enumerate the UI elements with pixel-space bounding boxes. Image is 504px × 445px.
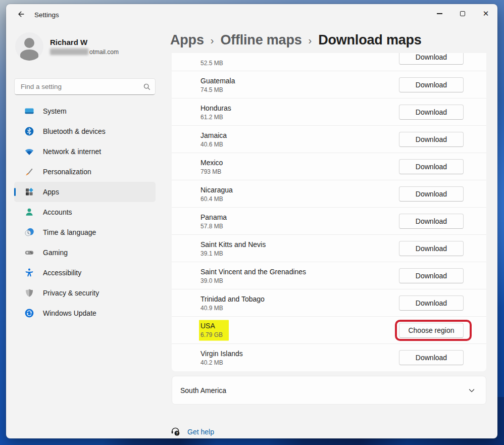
country-name: Trinidad and Tobago [200,294,265,303]
download-size: 6.79 GB [200,330,223,338]
sidebar-item-gaming[interactable]: Gaming [14,242,156,263]
map-row: Virgin Islands 40.2 MB Download [172,344,486,371]
download-button[interactable]: Download [399,132,464,147]
download-button[interactable]: Download [399,350,464,365]
sidebar-item-privacy-security[interactable]: Privacy & security [14,283,156,303]
sidebar-item-time-language[interactable]: Time & language [14,222,156,242]
profile-email-suffix: otmail.com [89,48,119,56]
download-button[interactable]: Download [399,53,464,65]
search-input[interactable] [15,83,142,90]
map-row: Saint Kitts and Nevis 39.1 MB Download [172,235,486,262]
breadcrumb: Apps › Offline maps › Download maps [170,32,422,48]
country-name: USA [200,321,223,330]
titlebar: Settings ✕ [6,4,497,26]
sidebar-item-bluetooth-devices[interactable]: Bluetooth & devices [14,121,156,141]
back-arrow-icon [17,10,25,20]
sidebar-item-apps[interactable]: Apps [14,182,156,202]
sidebar-item-network-internet[interactable]: Network & internet [14,141,156,162]
download-button[interactable]: Download [399,77,464,92]
sidebar-nav: System Bluetooth & devices Network & int… [14,101,156,323]
chevron-right-icon: › [309,34,312,46]
choose-region-button[interactable]: Choose region [399,323,464,338]
map-row-info: Nicaragua 60.4 MB [200,185,233,203]
minimize-button[interactable] [428,4,451,23]
expander-south-america[interactable]: South America [172,376,486,405]
map-row: Honduras 61.2 MB Download [172,98,486,126]
get-help: ? Get help [170,426,214,437]
sidebar-item-accessibility[interactable]: Accessibility [14,263,156,283]
download-button[interactable]: Download [399,241,464,256]
map-row-info: Virgin Islands 40.2 MB [200,349,243,367]
svg-text:?: ? [176,431,178,435]
download-size: 39.0 MB [200,276,306,284]
download-button[interactable]: Download [399,105,464,120]
download-size: 57.8 MB [200,222,227,230]
page-title: Download maps [318,32,421,48]
get-help-link[interactable]: Get help [187,428,214,436]
sidebar-item-system[interactable]: System [14,101,156,121]
sidebar-item-label: Accounts [43,208,72,216]
country-name: Saint Vincent and the Grenadines [200,267,306,276]
country-name: Honduras [200,103,231,112]
map-download-list: 52.5 MB Download Guatemala 74.5 MB Downl… [172,53,486,371]
map-row-info: Guatemala 74.5 MB [200,76,235,93]
caption-buttons: ✕ [428,4,497,23]
map-row-info: Mexico 793 MB [200,158,223,175]
maximize-icon [460,11,465,16]
download-size: 40.2 MB [200,359,243,367]
map-row: Trinidad and Tobago 40.9 MB Download [172,289,486,317]
search-box [14,78,156,95]
download-size: 61.2 MB [200,113,231,121]
download-button[interactable]: Download [399,159,464,174]
network-icon [24,146,34,157]
download-button[interactable]: Download [399,186,464,202]
maximize-button[interactable] [451,4,474,23]
sidebar-item-label: Apps [43,188,59,196]
download-button[interactable]: Download [399,214,464,229]
map-row-info: Saint Vincent and the Grenadines 39.0 MB [200,267,306,284]
back-button[interactable] [13,9,28,21]
sidebar-item-label: Accessibility [43,269,81,277]
bluetooth-icon [24,126,34,136]
map-row: Jamaica 40.6 MB Download [172,126,486,153]
map-row-info: Saint Kitts and Nevis 39.1 MB [200,239,266,257]
sidebar-item-personalization[interactable]: Personalization [14,162,156,182]
profile-name: Richard W [50,38,119,46]
minimize-icon [437,13,442,14]
country-name: Mexico [200,158,223,167]
breadcrumb-offline-maps[interactable]: Offline maps [220,32,301,48]
sidebar-item-windows-update[interactable]: Windows Update [14,303,156,323]
download-button[interactable]: Download [399,295,464,311]
map-row-info: Honduras 61.2 MB [200,103,231,121]
chevron-right-icon: › [211,34,214,46]
update-icon [24,308,34,318]
download-size: 793 MB [200,167,223,175]
close-button[interactable]: ✕ [474,4,497,23]
avatar-head [24,38,34,48]
privacy-icon [24,288,34,298]
map-row: Saint Vincent and the Grenadines 39.0 MB… [172,262,486,289]
chevron-down-icon [468,386,476,394]
system-icon [24,106,34,116]
avatar-torso [20,50,38,61]
email-redacted-blur [50,48,88,55]
avatar [15,32,43,61]
sidebar-item-label: Time & language [43,228,96,236]
sidebar-item-label: Privacy & security [43,289,99,297]
map-row: Nicaragua 60.4 MB Download [172,180,486,208]
sidebar-item-accounts[interactable]: Accounts [14,202,156,222]
sidebar-item-label: Network & internet [43,147,101,156]
app-title: Settings [34,11,59,19]
map-row-info: Jamaica 40.6 MB [200,130,227,148]
profile-email: otmail.com [50,48,119,56]
country-name: Guatemala [200,76,235,85]
download-button[interactable]: Download [399,268,464,283]
expander-label: South America [180,386,468,394]
map-row-partial: 52.5 MB Download [172,53,486,71]
breadcrumb-apps[interactable]: Apps [170,32,204,48]
download-size: 39.1 MB [200,249,266,257]
download-size: 60.4 MB [200,194,233,203]
download-size: 40.9 MB [200,304,265,312]
time-icon [24,227,34,237]
map-row: USA 6.79 GB Choose region [172,317,486,344]
